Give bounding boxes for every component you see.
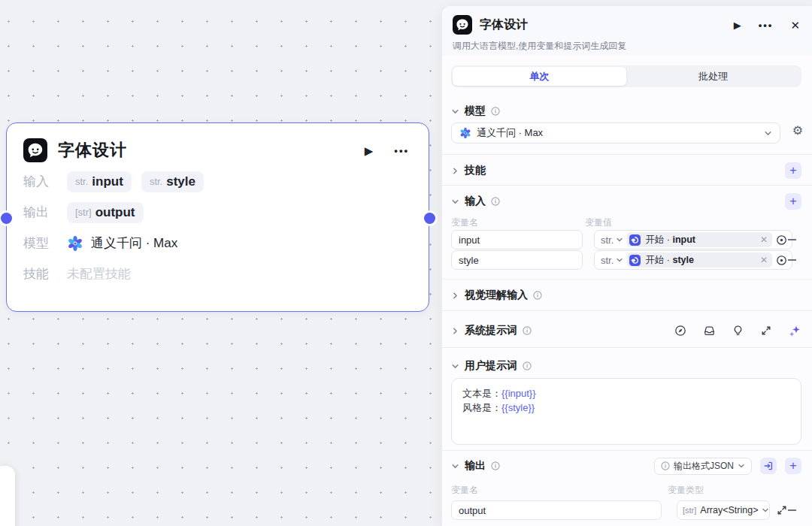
node-skills-label: 技能	[23, 265, 67, 283]
expand-icon[interactable]	[760, 325, 772, 337]
variable-pill: str. style	[141, 171, 204, 192]
variable-ref-chip: 开始 · style ✕	[627, 252, 772, 268]
info-icon	[523, 361, 532, 370]
model-section-header[interactable]: 模型	[451, 103, 801, 119]
ref-settings-icon[interactable]	[776, 255, 787, 266]
remove-row-button[interactable]	[786, 500, 797, 520]
info-icon	[661, 461, 670, 470]
pill-name: style	[166, 174, 195, 189]
chevron-down-icon	[616, 236, 623, 243]
type-select[interactable]: str.	[601, 234, 623, 246]
node-input-label: 输入	[23, 173, 67, 190]
import-icon	[763, 461, 774, 471]
output-section-header[interactable]: 输出 输出格式JSON +	[451, 458, 801, 474]
output-variable-row: [str] Array<String>	[451, 500, 801, 520]
type-value: Array<String>	[700, 505, 758, 515]
app-window: 字体设计 ▶ ••• 输入 str. input str. style 输出 […	[0, 0, 812, 526]
divider	[442, 347, 812, 348]
node-header: 字体设计 ▶ •••	[7, 123, 429, 162]
variable-ref-chip: 开始 · input ✕	[627, 232, 772, 247]
chevron-down-icon	[451, 107, 459, 116]
llm-node-card[interactable]: 字体设计 ▶ ••• 输入 str. input str. style 输出 […	[6, 122, 429, 312]
chevron-right-icon	[451, 292, 459, 300]
llm-node-icon	[453, 15, 472, 35]
user-prompt-editor[interactable]: 文本是：{{input}} 风格是：{{style}}	[451, 378, 801, 445]
input-port[interactable]	[1, 213, 12, 224]
node-output-label: 输出	[23, 204, 67, 221]
variable-pill: [str] output	[67, 202, 144, 223]
info-icon	[533, 291, 542, 300]
clear-ref-icon[interactable]: ✕	[760, 255, 768, 265]
model-select[interactable]: 通义千问 · Max	[451, 122, 780, 144]
remove-row-button[interactable]	[786, 230, 797, 249]
info-icon	[523, 326, 532, 335]
node-model-label: 模型	[23, 234, 67, 252]
type-badge: [str]	[683, 506, 696, 515]
compass-icon[interactable]	[674, 325, 686, 337]
output-format-select[interactable]: 输出格式JSON	[654, 458, 752, 475]
ref-source: 开始	[645, 255, 664, 265]
variable-name-input[interactable]	[451, 250, 583, 270]
chevron-right-icon	[451, 327, 459, 335]
divider	[442, 310, 812, 311]
prompt-line: 风格是：{{style}}	[462, 401, 790, 415]
type-select[interactable]: str.	[601, 255, 623, 266]
canvas-toolbar-partial[interactable]	[0, 466, 15, 526]
node-run-button[interactable]: ▶	[365, 145, 374, 156]
output-type-select[interactable]: [str] Array<String>	[677, 500, 770, 520]
ref-variable: input	[672, 234, 695, 245]
chevron-down-icon	[616, 256, 623, 264]
start-node-icon	[629, 255, 641, 266]
model-settings-gear-icon[interactable]: ⚙	[792, 125, 803, 137]
import-schema-button[interactable]	[760, 458, 777, 474]
ref-source: 开始	[645, 234, 664, 245]
node-model-value: 通义千问 · Max	[91, 234, 177, 252]
input-section-header[interactable]: 输入 +	[451, 193, 801, 210]
node-model-row: 模型 通义千问 · Max	[7, 231, 429, 255]
tab-batch[interactable]: 批处理	[626, 67, 800, 86]
inbox-icon[interactable]	[703, 325, 716, 337]
output-port[interactable]	[424, 213, 435, 224]
input-variable-row: str. 开始 · style ✕	[451, 250, 801, 270]
variable-name-input[interactable]	[451, 500, 662, 520]
chevron-down-icon	[738, 462, 745, 470]
user-prompt-section-header[interactable]: 用户提示词	[451, 358, 801, 374]
divider	[442, 154, 812, 155]
lightbulb-icon[interactable]	[732, 325, 744, 337]
panel-run-button[interactable]: ▶	[734, 20, 741, 30]
chevron-down-icon	[451, 462, 459, 470]
skills-section-header[interactable]: 技能 +	[451, 162, 801, 179]
prompt-text: 风格是：	[462, 402, 501, 413]
info-icon	[491, 197, 500, 206]
ref-separator: ·	[667, 234, 670, 245]
variable-name-input[interactable]	[451, 230, 583, 249]
panel-close-button[interactable]: ✕	[790, 20, 800, 31]
add-input-button[interactable]: +	[785, 193, 801, 210]
ai-sparkle-icon[interactable]	[789, 325, 801, 337]
variable-pill: str. input	[67, 171, 132, 192]
divider	[442, 279, 812, 280]
add-output-button[interactable]: +	[785, 458, 801, 474]
divider	[442, 185, 812, 186]
ref-settings-icon[interactable]	[776, 234, 787, 246]
tab-single[interactable]: 单次	[453, 67, 626, 86]
chevron-down-icon	[451, 198, 459, 206]
ref-variable: style	[672, 255, 694, 265]
add-skill-button[interactable]: +	[785, 162, 801, 179]
panel-more-button[interactable]: •••	[759, 20, 774, 30]
user-prompt-title: 用户提示词	[465, 359, 517, 373]
pill-type: str.	[75, 176, 88, 187]
col-variable-name: 变量名	[451, 216, 478, 229]
system-prompt-section-header[interactable]: 系统提示词	[451, 322, 801, 339]
pill-name: output	[95, 205, 135, 220]
node-more-button[interactable]: •••	[394, 146, 409, 156]
vision-section-header[interactable]: 视觉理解输入	[451, 287, 801, 304]
node-config-panel: 字体设计 ▶ ••• ✕ 调用大语言模型,使用变量和提示词生成回复 单次 批处理…	[442, 6, 812, 526]
remove-row-button[interactable]	[786, 250, 797, 270]
input-variable-row: str. 开始 · input ✕	[451, 230, 801, 249]
pill-type: str.	[150, 176, 162, 187]
pill-name: input	[92, 174, 123, 189]
panel-header: 字体设计 ▶ ••• ✕ 调用大语言模型,使用变量和提示词生成回复	[442, 6, 812, 56]
prompt-text: 文本是：	[462, 388, 501, 399]
clear-ref-icon[interactable]: ✕	[760, 235, 768, 244]
